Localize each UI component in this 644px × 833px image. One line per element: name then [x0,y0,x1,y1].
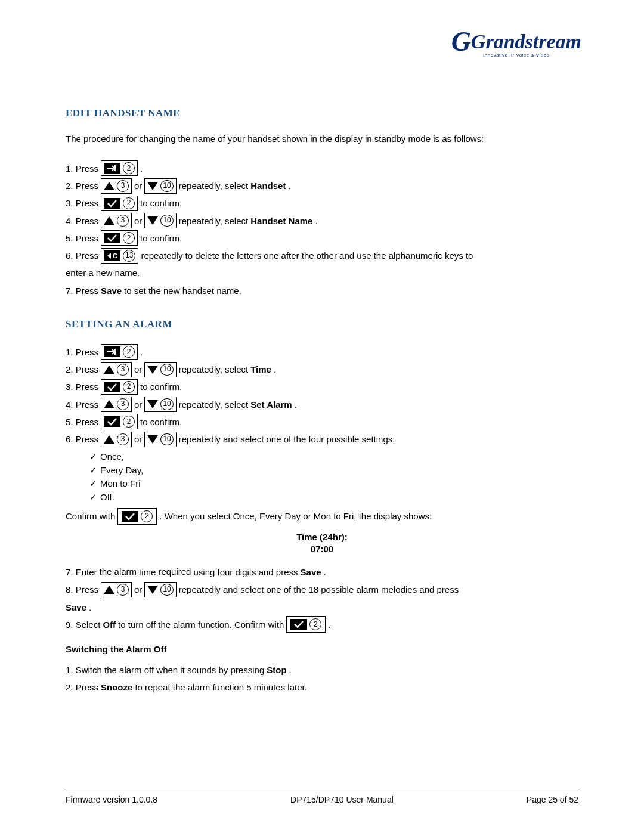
key-number: 2 [309,618,321,630]
enter-arrow-icon [104,346,120,357]
alarm-step-7: 7. Enter the alarm time required using f… [66,563,578,581]
triangle-down-icon [147,366,158,374]
key-number: 2 [123,162,135,174]
down-key-icon: 10 [144,213,176,228]
step-bold: Save [66,599,86,616]
step-text: 3. Press [66,194,98,212]
step-text: 8. Press [66,581,98,598]
section-set-alarm: SETTING AN ALARM 1. Press 2 . 2. Press 3… [66,318,578,696]
step-text: . [288,177,290,194]
step-text: 2. Press [66,361,98,378]
ok-key-icon: 2 [117,508,157,525]
brand-name: Grandstream [471,30,581,52]
time-value: 07:00 [66,543,578,555]
switch-off-step-1: 1. Switch the alarm off when it sounds b… [66,661,578,679]
step-text: 1. Press [66,343,98,361]
key-number: 10 [160,364,173,376]
check-icon: ✓ [89,491,100,504]
step-text: the alarm [100,567,137,577]
clear-key-icon: C 13 [101,248,138,264]
alarm-step-1: 1. Press 2 . [66,343,578,361]
switch-off-heading: Switching the Alarm Off [66,644,578,654]
step-text: or [134,177,142,194]
edit-step-4: 4. Press 3 or 10 repeatedly, select Hand… [66,212,578,230]
step-text: . [140,343,143,361]
up-key-icon: 3 [101,432,132,447]
alarm-step-3: 3. Press 2 to confirm. [66,378,578,395]
alarm-step-9: 9. Select Off to turn off the alarm func… [66,616,578,633]
step-text: repeatedly, select [179,396,248,413]
checkmark-icon [104,198,120,209]
menu-key-icon: 2 [101,344,138,360]
option-text: Every Day, [100,465,143,475]
alarm-step-2: 2. Press 3 or 10 repeatedly, select Time… [66,361,578,378]
step-text: . When you select Once, Every Day or Mon… [159,507,432,525]
alarm-step-8: 8. Press 3 or 10 repeatedly and select o… [66,581,578,598]
key-number: 10 [160,584,173,596]
down-key-icon: 10 [144,362,176,377]
step-bold: Stop [267,661,286,679]
step-text: 7. Enter [66,563,97,581]
checkmark-icon [104,382,120,392]
footer-doc-title: DP715/DP710 User Manual [290,795,394,804]
ok-key-icon: 2 [101,196,138,211]
step-bold: Handset Name [250,212,312,230]
manual-page: GGrandstream Innovative IP Voice & Video… [0,0,644,833]
key-number: 3 [117,215,129,227]
down-key-icon: 10 [144,178,176,194]
triangle-down-icon [147,400,158,408]
step-text: 6. Press [66,431,98,448]
checkmark-icon [104,233,120,243]
up-key-icon: 3 [101,582,132,597]
up-key-icon: 3 [101,213,132,228]
triangle-up-icon [104,400,114,408]
key-number: 2 [123,232,135,244]
time-label: Time (24hr): [66,531,578,543]
up-key-icon: 3 [101,397,132,412]
ok-key-icon: 2 [101,379,138,395]
edit-step-6-cont: enter a new name. [66,264,578,281]
step-bold: Save [101,282,122,299]
footer-page-number: Page 25 of 52 [527,795,578,804]
key-number: 10 [160,215,173,227]
alarm-confirm-line: Confirm with 2 . When you select Once, E… [66,507,578,525]
step-text: or [134,431,142,448]
alarm-option: ✓Every Day, [89,464,578,478]
edit-step-7: 7. Press Save to set the new handset nam… [66,282,578,299]
alarm-step-8-cont: Save. [66,599,578,616]
step-text: . [295,396,297,413]
page-content: EDIT HANDSET NAME The procedure for chan… [66,107,578,696]
checkmark-icon [290,619,307,630]
footer-firmware: Firmware version 1.0.0.8 [66,795,157,804]
step-text: 7. Press [66,282,98,299]
switch-off-step-2: 2. Press Snooze to repeat the alarm func… [66,679,578,696]
step-text: to confirm. [140,413,182,431]
step-text: time [139,563,156,581]
triangle-down-icon [147,216,158,225]
up-key-icon: 3 [101,178,132,194]
triangle-up-icon [104,216,114,225]
alarm-options-list: ✓Once, ✓Every Day, ✓Mon to Fri ✓Off. [89,450,578,504]
ok-key-icon: 2 [286,616,326,633]
step-text: using four digits and press [193,563,298,581]
edit-handset-intro: The procedure for changing the name of y… [66,132,578,145]
edit-step-5: 5. Press 2 to confirm. [66,230,578,247]
step-text: repeatedly to delete the letters one aft… [141,247,473,264]
step-text: 6. Press [66,247,98,264]
alarm-option: ✓Off. [89,491,578,504]
step-bold: Off [103,616,116,633]
key-number: 2 [123,346,135,358]
step-text: or [134,212,142,230]
down-key-icon: 10 [144,432,176,447]
step-text: 9. Select [66,616,100,633]
brand-logo: GGrandstream Innovative IP Voice & Video [451,27,581,58]
step-text: or [134,361,142,378]
edit-step-3: 3. Press 2 to confirm. [66,194,578,212]
edit-step-6: 6. Press C 13 repeatedly to delete the l… [66,247,578,264]
option-text: Mon to Fri [100,478,141,488]
checkmark-icon [104,416,120,427]
section-title-set-alarm: SETTING AN ALARM [66,318,578,330]
ok-key-icon: 2 [101,230,138,246]
step-text: Confirm with [66,507,115,525]
step-text: 2. Press [66,679,98,696]
